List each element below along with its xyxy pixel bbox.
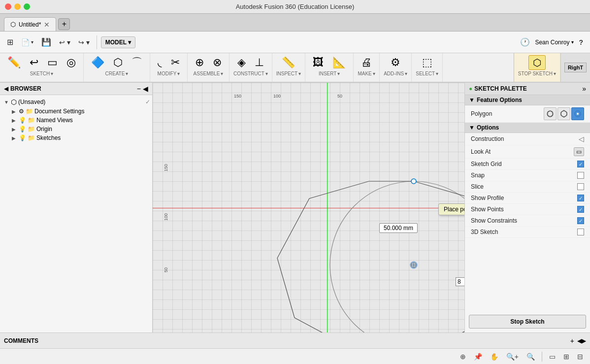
ribbon-item-trim[interactable]: ✂ bbox=[167, 55, 183, 70]
ribbon-group-addins: ⚙ ADD-INS▾ bbox=[380, 53, 412, 82]
tree-item-origin[interactable]: ▶ 💡 📁 Origin bbox=[0, 125, 152, 133]
ribbon-item-line[interactable]: 🔷 bbox=[88, 55, 108, 70]
ribbon-label-make[interactable]: MAKE▾ bbox=[358, 71, 375, 76]
ribbon-item-create-sketch[interactable]: ✏️ bbox=[4, 55, 24, 70]
stop-sketch-button[interactable]: Stop Sketch bbox=[469, 315, 586, 329]
hand-button[interactable]: ✋ bbox=[487, 351, 501, 362]
palette-expand-button[interactable]: » bbox=[582, 85, 586, 93]
polygon-inscribed-button[interactable] bbox=[544, 107, 557, 120]
polygon-row: Polygon bbox=[465, 105, 590, 123]
tab-untitled[interactable]: ⬡ Untitled* ✕ bbox=[4, 17, 56, 31]
maximize-button[interactable] bbox=[24, 3, 30, 10]
polygon-edge-button[interactable] bbox=[571, 107, 584, 120]
ribbon-label-modify[interactable]: MODIFY▾ bbox=[158, 71, 180, 76]
sides-input-box[interactable]: 8 ▾ bbox=[456, 277, 464, 286]
sketch-palette-panel: ● SKETCH PALETTE » ▼ Feature Options Pol… bbox=[464, 83, 590, 332]
ribbon-label-inspect[interactable]: INSPECT▾ bbox=[276, 71, 301, 76]
tab-label: Untitled* bbox=[19, 21, 41, 28]
tree-item-sketches[interactable]: ▶ 💡 📁 Sketches bbox=[0, 133, 152, 142]
ribbon-item-as-built[interactable]: ⊗ bbox=[209, 55, 225, 70]
collapse-comments-button[interactable]: ◀▶ bbox=[577, 337, 586, 344]
tree-item-doc-settings[interactable]: ▶ ⚙ 📁 Document Settings bbox=[0, 107, 152, 116]
grid-settings-button[interactable]: ⊞ bbox=[560, 351, 572, 362]
section-chevron-icon: ▼ bbox=[469, 97, 475, 103]
new-tab-button[interactable]: + bbox=[58, 18, 70, 30]
ribbon-item-make[interactable]: 🖨 bbox=[358, 55, 375, 70]
ribbon-item-arc[interactable]: ⌒ bbox=[128, 55, 146, 70]
zoom-in-button[interactable]: 🔍+ bbox=[503, 351, 522, 362]
3d-sketch-checkbox[interactable] bbox=[577, 229, 584, 235]
minimize-button[interactable] bbox=[14, 3, 21, 10]
tree-label-sketches: Sketches bbox=[36, 134, 150, 141]
comments-bar: COMMENTS + ◀▶ bbox=[0, 332, 590, 348]
construction-label: Construction bbox=[471, 135, 579, 142]
polygon-circumscribed-button[interactable] bbox=[557, 107, 570, 120]
show-points-checkbox[interactable]: ✓ bbox=[577, 206, 584, 213]
view-layout-button[interactable]: ⊟ bbox=[574, 351, 586, 362]
right-view-label[interactable]: RighT bbox=[564, 63, 587, 72]
ribbon-item-stop-sketch[interactable]: ⬡ bbox=[528, 55, 546, 70]
ribbon-item-project[interactable]: ◎ bbox=[63, 55, 79, 70]
show-constraints-checkbox[interactable]: ✓ bbox=[577, 217, 584, 224]
ribbon-item-display[interactable]: ▭ bbox=[44, 55, 61, 70]
save-button[interactable]: 💾 bbox=[38, 35, 54, 49]
chevron-down-icon: ▼ bbox=[4, 99, 11, 105]
ribbon-label-insert[interactable]: INSERT▾ bbox=[319, 71, 340, 76]
show-constraints-row: Show Constraints ✓ bbox=[465, 215, 590, 227]
ribbon-item-select[interactable]: ⬚ bbox=[419, 55, 436, 70]
undo-button[interactable]: ↩ ▾ bbox=[56, 36, 73, 48]
ribbon-item-undo-sketch[interactable]: ↩ bbox=[26, 55, 42, 70]
close-button[interactable] bbox=[5, 3, 11, 10]
options-header[interactable]: ▼ Options bbox=[465, 123, 590, 133]
ribbon-item-plane[interactable]: ◈ bbox=[234, 55, 249, 70]
orbit-button[interactable]: ⊕ bbox=[457, 351, 469, 362]
slice-checkbox[interactable] bbox=[577, 183, 584, 190]
light-icon-2: 💡 bbox=[19, 126, 26, 132]
chevron-right-icon-4: ▶ bbox=[12, 135, 19, 141]
ribbon-item-fillet[interactable]: ◟ bbox=[154, 55, 165, 70]
ruler-mark-v-100: 100 bbox=[164, 213, 168, 221]
ribbon-group-modify: ◟ ✂ MODIFY▾ bbox=[150, 53, 188, 82]
ribbon-label-stop-sketch[interactable]: STOP SKETCH▾ bbox=[518, 71, 556, 76]
pan-button[interactable]: 📌 bbox=[471, 351, 485, 362]
help-button[interactable]: ? bbox=[576, 36, 586, 48]
browser-collapse-right[interactable]: ◀ bbox=[143, 85, 148, 93]
ribbon-item-scripts[interactable]: ⚙ bbox=[387, 55, 404, 70]
slice-label: Slice bbox=[471, 183, 577, 190]
feature-options-header[interactable]: ▼ Feature Options bbox=[465, 95, 590, 105]
snap-checkbox[interactable] bbox=[577, 172, 584, 179]
add-comment-button[interactable]: + bbox=[570, 337, 574, 345]
tree-item-named-views[interactable]: ▶ 💡 📁 Named Views bbox=[0, 116, 152, 125]
show-profile-checkbox[interactable]: ✓ bbox=[577, 195, 584, 201]
ribbon-item-insert2[interactable]: 📐 bbox=[329, 55, 349, 70]
ribbon-label-construct[interactable]: CONSTRUCT▾ bbox=[233, 71, 268, 76]
ribbon-item-axis[interactable]: ⊥ bbox=[251, 55, 267, 70]
user-profile-button[interactable]: Sean Conroy ▾ bbox=[535, 39, 574, 46]
palette-dot-icon: ● bbox=[469, 85, 472, 92]
file-button[interactable]: 📄▾ bbox=[18, 36, 36, 48]
zoom-fit-button[interactable]: 🔍 bbox=[524, 351, 538, 362]
sketch-grid-checkbox[interactable]: ✓ bbox=[577, 161, 584, 167]
tab-close-button[interactable]: ✕ bbox=[44, 21, 50, 28]
ribbon-label-select[interactable]: SELECT▾ bbox=[416, 71, 438, 76]
light-icon: 💡 bbox=[19, 117, 26, 124]
tree-item-root[interactable]: ▼ ⬡ (Unsaved) ✓ bbox=[0, 97, 152, 107]
ribbon-item-joint[interactable]: ⊕ bbox=[192, 55, 207, 70]
ribbon-label-assemble[interactable]: ASSEMBLE▾ bbox=[194, 71, 224, 76]
svg-point-12 bbox=[577, 113, 579, 115]
ribbon-label-sketch[interactable]: SKETCH▾ bbox=[30, 71, 54, 76]
redo-button[interactable]: ↪ ▾ bbox=[75, 36, 93, 48]
display-mode-button[interactable]: ▭ bbox=[546, 351, 558, 362]
viewport[interactable]: 150 100 50 150 100 50 50.000 mm Place po bbox=[153, 83, 464, 332]
polygon-sides-input[interactable]: 8 bbox=[456, 277, 464, 286]
ribbon-label-create[interactable]: CREATE▾ bbox=[105, 71, 129, 76]
clock-button[interactable]: 🕐 bbox=[517, 35, 533, 49]
model-mode-button[interactable]: MODEL ▾ bbox=[101, 36, 135, 48]
ribbon-item-insert[interactable]: 🖼 bbox=[309, 55, 327, 70]
ribbon-item-measure[interactable]: 📏 bbox=[278, 55, 298, 70]
browser-minus-button[interactable]: − bbox=[137, 85, 141, 93]
grid-button[interactable]: ⊞ bbox=[4, 35, 16, 49]
ribbon-item-rect[interactable]: ⬡ bbox=[110, 55, 126, 70]
ribbon-label-addins[interactable]: ADD-INS▾ bbox=[384, 71, 407, 76]
browser-collapse-left[interactable]: ◀ bbox=[4, 85, 8, 92]
